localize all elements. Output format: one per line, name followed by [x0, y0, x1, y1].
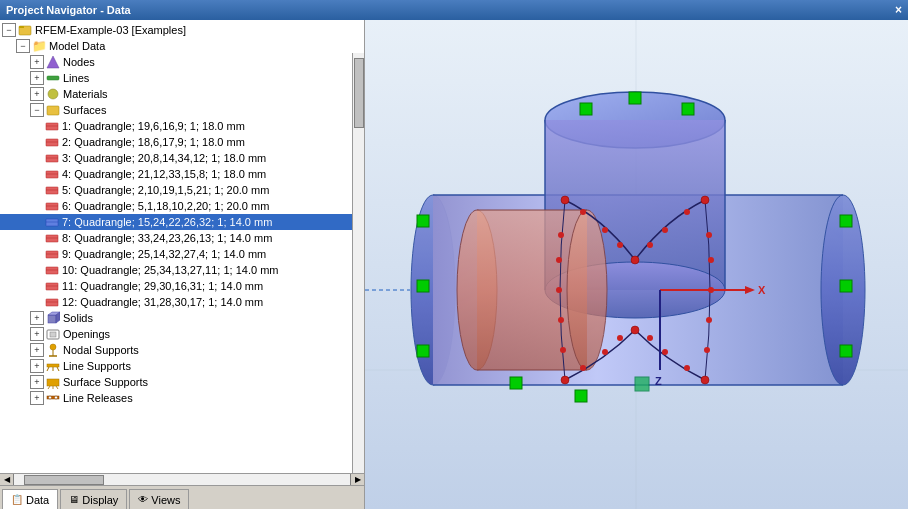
svg-rect-28 — [46, 299, 58, 306]
title-bar: Project Navigator - Data × — [0, 0, 908, 20]
tree-item-solids[interactable]: + Solids — [0, 310, 364, 326]
materials-expand[interactable]: + — [30, 87, 44, 101]
tree-item-s10[interactable]: 10: Quadrangle; 25,34,13,27,11; 1; 14.0 … — [0, 262, 364, 278]
s4-label: 4: Quadrangle; 21,12,33,15,8; 1; 18.0 mm — [62, 168, 266, 180]
lines-icon — [45, 71, 61, 85]
tree-item-openings[interactable]: + Openings — [0, 326, 364, 342]
model-data-expand[interactable]: − — [16, 39, 30, 53]
solids-expand[interactable]: + — [30, 311, 44, 325]
scroll-right-button[interactable]: ▶ — [350, 474, 364, 486]
svg-point-90 — [580, 209, 586, 215]
svg-point-95 — [684, 209, 690, 215]
tree-item-line-releases[interactable]: + Line Releases — [0, 390, 364, 406]
svg-rect-76 — [417, 280, 429, 292]
tree-item-s9[interactable]: 9: Quadrangle; 25,14,32,27,4; 1; 14.0 mm — [0, 246, 364, 262]
tree-item-s12[interactable]: 12: Quadrangle; 31,28,30,17; 1; 14.0 mm — [0, 294, 364, 310]
tree-item-s3[interactable]: 3: Quadrangle; 20,8,14,34,12; 1; 18.0 mm — [0, 150, 364, 166]
svg-rect-34 — [50, 332, 56, 337]
s6-label: 6: Quadrangle; 5,1,18,10,2,20; 1; 20.0 m… — [62, 200, 269, 212]
svg-point-101 — [684, 365, 690, 371]
nodes-expand[interactable]: + — [30, 55, 44, 69]
solids-icon — [45, 311, 61, 325]
surfaces-expand[interactable]: − — [30, 103, 44, 117]
nodal-supports-expand[interactable]: + — [30, 343, 44, 357]
tree-item-model-data[interactable]: − 📁 Model Data — [0, 38, 364, 54]
nodal-supports-icon — [45, 343, 61, 357]
tree-item-surfaces[interactable]: − Surfaces — [0, 102, 364, 118]
tree-item-s6[interactable]: 6: Quadrangle; 5,1,18,10,2,20; 1; 20.0 m… — [0, 198, 364, 214]
solids-label: Solids — [63, 312, 93, 324]
openings-label: Openings — [63, 328, 110, 340]
tree-item-surface-supports[interactable]: + Surface Supports — [0, 374, 364, 390]
tree-item-s4[interactable]: 4: Quadrangle; 21,12,33,15,8; 1; 18.0 mm — [0, 166, 364, 182]
tree-item-s8[interactable]: 8: Quadrangle; 33,24,23,26,13; 1; 14.0 m… — [0, 230, 364, 246]
tree-item-line-supports[interactable]: + Line Supports — [0, 358, 364, 374]
surface-supports-label: Surface Supports — [63, 376, 148, 388]
tree-item-nodal-supports[interactable]: + Nodal Supports — [0, 342, 364, 358]
surface-supports-expand[interactable]: + — [30, 375, 44, 389]
tab-views-icon: 👁 — [138, 494, 148, 505]
tree-item-nodes[interactable]: + Nodes — [0, 54, 364, 70]
tab-data[interactable]: 📋 Data — [2, 489, 58, 509]
svg-point-84 — [561, 196, 569, 204]
s3-icon — [44, 151, 60, 165]
nodes-label: Nodes — [63, 56, 95, 68]
tree-root[interactable]: − RFEM-Example-03 [Examples] — [0, 22, 364, 38]
tab-views-label: Views — [151, 494, 180, 506]
openings-expand[interactable]: + — [30, 327, 44, 341]
tree-item-s11[interactable]: 11: Quadrangle; 29,30,16,31; 1; 14.0 mm — [0, 278, 364, 294]
close-button[interactable]: × — [895, 3, 902, 17]
surface-supports-icon — [45, 375, 61, 389]
svg-point-93 — [647, 242, 653, 248]
viewport-3d[interactable]: X Z — [365, 20, 908, 509]
svg-rect-42 — [47, 379, 59, 386]
surfaces-icon — [45, 103, 61, 117]
tree-item-s1[interactable]: 1: Quadrangle; 19,6,16,9; 1; 18.0 mm — [0, 118, 364, 134]
svg-point-108 — [708, 257, 714, 263]
svg-point-91 — [602, 227, 608, 233]
svg-rect-83 — [635, 377, 649, 391]
svg-rect-74 — [629, 92, 641, 104]
s9-icon — [44, 247, 60, 261]
svg-rect-72 — [580, 103, 592, 115]
line-supports-icon — [45, 359, 61, 373]
model-data-label: Model Data — [49, 40, 105, 52]
bottom-tabs: 📋 Data 🖥 Display 👁 Views — [0, 485, 364, 509]
tab-display-icon: 🖥 — [69, 494, 79, 505]
tree-item-s5[interactable]: 5: Quadrangle; 2,10,19,1,5,21; 1; 20.0 m… — [0, 182, 364, 198]
svg-point-97 — [602, 349, 608, 355]
root-expand-icon[interactable]: − — [2, 23, 16, 37]
svg-rect-22 — [46, 251, 58, 258]
svg-point-86 — [701, 196, 709, 204]
line-releases-expand[interactable]: + — [30, 391, 44, 405]
tab-display[interactable]: 🖥 Display — [60, 489, 127, 509]
svg-point-110 — [706, 317, 712, 323]
s11-icon — [44, 279, 60, 293]
svg-rect-12 — [46, 171, 58, 178]
svg-rect-82 — [575, 390, 587, 402]
tree-container[interactable]: − RFEM-Example-03 [Examples] − 📁 Model D… — [0, 20, 364, 473]
svg-line-41 — [57, 367, 59, 371]
s3-label: 3: Quadrangle; 20,8,14,34,12; 1; 18.0 mm — [62, 152, 266, 164]
nodal-supports-label: Nodal Supports — [63, 344, 139, 356]
s1-icon — [44, 119, 60, 133]
model-data-icon: 📁 — [31, 39, 47, 53]
s1-label: 1: Quadrangle; 19,6,16,9; 1; 18.0 mm — [62, 120, 245, 132]
tree-item-s2[interactable]: 2: Quadrangle; 18,6,17,9; 1; 18.0 mm — [0, 134, 364, 150]
s7-label: 7: Quadrangle; 15,24,22,26,32; 1; 14.0 m… — [62, 216, 272, 228]
line-supports-expand[interactable]: + — [30, 359, 44, 373]
tab-views[interactable]: 👁 Views — [129, 489, 189, 509]
svg-rect-80 — [840, 345, 852, 357]
lines-expand[interactable]: + — [30, 71, 44, 85]
surfaces-label: Surfaces — [63, 104, 106, 116]
svg-rect-1 — [19, 26, 24, 28]
tree-item-lines[interactable]: + Lines — [0, 70, 364, 86]
svg-line-39 — [47, 367, 49, 371]
tree-item-s7[interactable]: 7: Quadrangle; 15,24,22,26,32; 1; 14.0 m… — [0, 214, 364, 230]
tree-item-materials[interactable]: + Materials — [0, 86, 364, 102]
svg-point-85 — [631, 256, 639, 264]
tab-data-icon: 📋 — [11, 494, 23, 505]
scroll-left-button[interactable]: ◀ — [0, 474, 14, 486]
main-content: − RFEM-Example-03 [Examples] − 📁 Model D… — [0, 20, 908, 509]
svg-rect-78 — [840, 215, 852, 227]
